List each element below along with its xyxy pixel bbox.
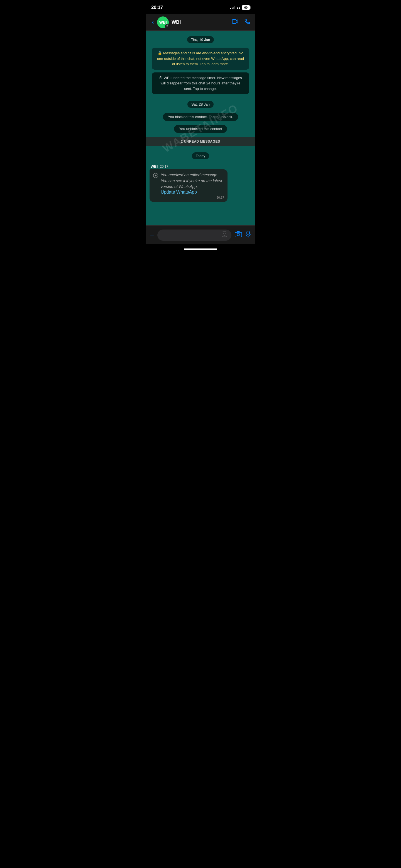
signal-icon (230, 6, 235, 9)
timer-message[interactable]: ⏱ WBI updated the message timer. New mes… (152, 72, 249, 94)
unread-divider: 2 UNREAD MESSAGES (146, 137, 255, 146)
chat-area: Thu, 19 Jan 🔒 Messages and calls are end… (146, 31, 255, 225)
bubble-text-content: You received an edited message. You can … (161, 172, 224, 195)
mic-icon[interactable] (245, 231, 251, 240)
svg-rect-4 (222, 232, 227, 237)
sender-name: WBI (151, 164, 158, 168)
bubble-content: You received an edited message. You can … (153, 172, 224, 195)
battery-icon: 60 (242, 5, 250, 10)
avatar-initials: WBI (159, 20, 167, 25)
date-label-today: Today (192, 152, 209, 159)
status-icons: ▴▴ 60 (230, 5, 250, 10)
sender-time: 20:17 (160, 165, 168, 168)
avatar[interactable]: WBI ⏱ (157, 17, 169, 28)
date-label-jan19: Thu, 19 Jan (187, 36, 214, 43)
svg-point-5 (223, 234, 224, 234)
add-button[interactable]: + (150, 231, 154, 239)
message-input-area[interactable] (157, 229, 232, 241)
bubble-main-text: You received an edited message. You can … (161, 173, 222, 189)
svg-rect-0 (232, 20, 236, 23)
status-bar: 20:17 ▴▴ 60 (146, 0, 255, 14)
chat-header: ‹ WBI ⏱ WBI (146, 14, 255, 31)
camera-icon[interactable] (235, 231, 242, 239)
bubble-timestamp: 20:17 (153, 196, 224, 199)
home-bar (184, 248, 217, 250)
message-bubble: You received an edited message. You can … (150, 169, 227, 202)
chat-content: Thu, 19 Jan 🔒 Messages and calls are end… (146, 31, 255, 225)
bottom-bar: + (146, 225, 255, 244)
svg-point-6 (225, 234, 225, 234)
update-whatsapp-link[interactable]: Update WhatsApp (161, 190, 197, 194)
sticker-icon[interactable] (221, 231, 227, 239)
encryption-message[interactable]: 🔒 Messages and calls are end-to-end encr… (152, 48, 249, 70)
svg-rect-7 (235, 232, 242, 237)
phone-call-icon[interactable] (244, 19, 250, 26)
unblocked-message: You unblocked this contact (174, 125, 227, 133)
message-row: WBI 20:17 You received an edited message… (150, 164, 251, 202)
home-indicator (146, 244, 255, 254)
wifi-icon: ▴▴ (237, 6, 241, 10)
avatar-timer-icon: ⏱ (165, 24, 169, 28)
message-icon (153, 173, 158, 180)
status-time: 20:17 (151, 5, 163, 10)
header-actions (232, 19, 250, 26)
video-call-icon[interactable] (232, 19, 239, 26)
contact-name[interactable]: WBI (172, 20, 232, 25)
svg-point-8 (237, 233, 240, 236)
blocked-message[interactable]: You blocked this contact. Tap to unblock… (163, 113, 238, 121)
date-label-jan28: Sat, 28 Jan (187, 101, 214, 108)
back-button[interactable]: ‹ (151, 18, 155, 27)
svg-rect-9 (247, 231, 249, 235)
sender-info: WBI 20:17 (151, 164, 168, 168)
